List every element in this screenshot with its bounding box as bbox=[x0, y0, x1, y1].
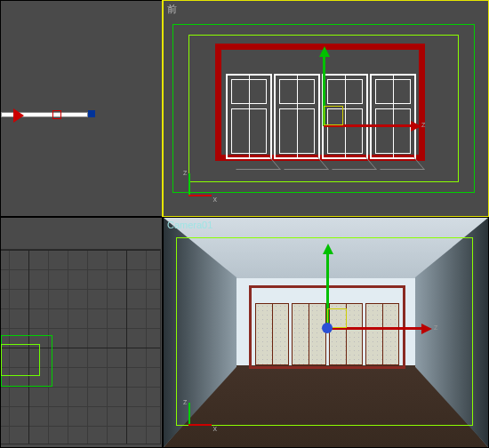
viewport-top[interactable] bbox=[0, 0, 163, 217]
door-panel bbox=[274, 74, 320, 159]
axis-label-z: z bbox=[183, 168, 188, 177]
axis-tripod-icon: z x bbox=[176, 168, 217, 209]
viewport-camera[interactable]: Camera01 z z bbox=[163, 217, 489, 448]
move-gizmo-camera[interactable]: z bbox=[327, 328, 328, 329]
door-panel bbox=[226, 74, 272, 159]
axis-tripod-icon: z x bbox=[176, 397, 217, 438]
viewport-label-front: 前 bbox=[167, 3, 177, 16]
axis-label-z: z bbox=[183, 397, 188, 406]
viewport-label-camera: Camera01 bbox=[167, 220, 212, 230]
door-panel bbox=[365, 303, 399, 365]
axis-label-x: x bbox=[213, 424, 218, 433]
door-panel bbox=[292, 303, 325, 365]
selection-box-inner bbox=[1, 344, 40, 376]
move-gizmo[interactable]: z bbox=[324, 125, 325, 126]
axis-label-x: x bbox=[213, 195, 218, 204]
gizmo-center-icon[interactable] bbox=[322, 323, 333, 333]
viewport-front[interactable]: 前 z z x bbox=[163, 0, 489, 217]
door-panel bbox=[255, 303, 289, 365]
door-panels[interactable] bbox=[226, 74, 416, 159]
door-panel bbox=[370, 74, 416, 159]
gizmo-z-label: z bbox=[421, 120, 426, 129]
gizmo-z-label: z bbox=[434, 323, 438, 332]
viewport-left[interactable] bbox=[0, 217, 163, 448]
gizmo-plane-handle-icon[interactable] bbox=[324, 106, 343, 125]
camera-gizmo-icon[interactable] bbox=[1, 103, 108, 128]
